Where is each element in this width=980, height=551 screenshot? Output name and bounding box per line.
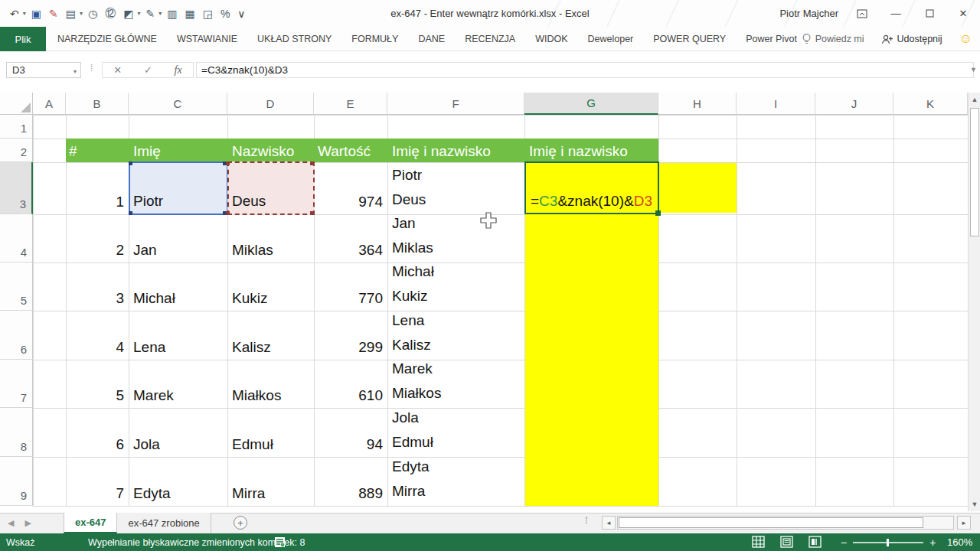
next-sheet-icon[interactable]: ▶ [24, 518, 31, 528]
cell-B5[interactable]: 3 [69, 262, 124, 307]
horizontal-scrollbar[interactable] [617, 516, 954, 530]
cell-D5[interactable]: Kukiz [232, 262, 310, 307]
cell-F9-line: Mirra [392, 479, 521, 504]
zoom-control: − + [841, 533, 936, 551]
cell-B8[interactable]: 6 [69, 408, 124, 453]
zoom-slider-thumb[interactable] [887, 539, 889, 546]
column-header-B[interactable]: B [66, 93, 129, 115]
cell-C6[interactable]: Lena [133, 311, 224, 356]
flash-fill-options-icon[interactable] [274, 536, 286, 548]
cell-F3-line: Piotr [392, 163, 521, 187]
scroll-down-icon[interactable]: ▼ [969, 500, 980, 508]
column-header-H[interactable]: H [658, 93, 737, 115]
g3-formula-text[interactable]: =C3&znak(10)&D3 [531, 193, 652, 210]
cell-E6[interactable]: 299 [314, 311, 383, 356]
cell-B3[interactable]: 1 [69, 162, 124, 210]
zoom-slider[interactable] [853, 542, 923, 543]
row-header-8[interactable]: 8 [0, 408, 33, 457]
cell-D6[interactable]: Kalisz [232, 311, 310, 356]
row-header-2[interactable]: 2 [0, 139, 33, 162]
cell-E8[interactable]: 94 [314, 408, 383, 453]
sheet-tab-ex-647[interactable]: ex-647 [64, 513, 117, 533]
cell-F9[interactable]: EdytaMirra [392, 458, 521, 503]
row-header-9[interactable]: 9 [0, 457, 33, 506]
horizontal-scrollbar-thumb[interactable] [619, 517, 923, 528]
zoom-in-icon[interactable]: + [929, 536, 936, 549]
formula-part: C3 [539, 193, 557, 209]
column-header-J[interactable]: J [815, 93, 893, 115]
prev-sheet-icon[interactable]: ◀ [8, 518, 14, 528]
zoom-out-icon[interactable]: − [841, 536, 847, 549]
table-header-f: Imię i nazwisko [392, 140, 522, 160]
cell-C8[interactable]: Jola [133, 408, 224, 453]
ref-handle-blue [129, 211, 132, 215]
select-all-triangle [21, 103, 31, 112]
tabbar-splitter[interactable]: ⁞ [585, 514, 588, 526]
sheet-tab-ex-647-zrobione[interactable]: ex-647 zrobione [117, 513, 211, 533]
column-header-E[interactable]: E [314, 93, 387, 115]
cell-C5[interactable]: Michał [133, 262, 224, 307]
row-header-7[interactable]: 7 [0, 360, 33, 408]
sheet-tabs: ex-647ex-647 zrobione [64, 513, 211, 533]
cell-F8-line: Edmuł [392, 430, 521, 455]
new-sheet-button[interactable]: + [234, 516, 247, 530]
cell-C7[interactable]: Marek [133, 360, 224, 404]
cell-C4[interactable]: Jan [133, 214, 224, 259]
cell-E9[interactable]: 889 [314, 457, 383, 502]
scroll-up-icon[interactable]: ▲ [969, 96, 980, 103]
cell-D7[interactable]: Miałkos [232, 360, 310, 404]
cell-F6[interactable]: LenaKalisz [392, 312, 521, 357]
row-header-3[interactable]: 3 [0, 162, 33, 214]
cell-D9[interactable]: Mirra [232, 457, 310, 502]
cell-B9[interactable]: 7 [69, 457, 124, 502]
cell-F3[interactable]: PiotrDeus [392, 164, 521, 211]
row-header-4[interactable]: 4 [0, 214, 33, 262]
cell-F4-line: Miklas [392, 236, 521, 260]
row-header-5[interactable]: 5 [0, 262, 33, 311]
cell-F8[interactable]: JolaEdmuł [392, 409, 521, 454]
formula-part: = [531, 193, 539, 209]
cell-D4[interactable]: Miklas [232, 214, 310, 259]
vertical-scrollbar[interactable]: ▲ ▼ [968, 93, 980, 511]
g3-edit-overflow-fill [658, 163, 737, 213]
hscroll-right-icon[interactable]: ▸ [957, 516, 971, 530]
cell-F7[interactable]: MarekMiałkos [392, 361, 521, 405]
column-header-K[interactable]: K [893, 93, 968, 115]
g3-edit-box[interactable]: =C3&znak(10)&D3 [524, 161, 659, 214]
column-header-I[interactable]: I [737, 93, 815, 115]
normal-view-icon[interactable] [752, 536, 765, 548]
sheet-nav-arrows: ◀ ▶ [8, 513, 31, 533]
cell-F5[interactable]: MichałKukiz [392, 264, 521, 308]
cell-F7-line: Miałkos [392, 381, 521, 406]
status-message: Wypełnianie błyskawiczne zmienionych kom… [88, 537, 305, 548]
column-header-C[interactable]: C [129, 93, 227, 115]
cell-F4-line: Jan [392, 211, 521, 236]
cell-C3-text: Piotr [133, 161, 224, 210]
page-break-view-icon[interactable] [808, 536, 822, 548]
g3-fill-handle[interactable] [655, 210, 661, 216]
column-header-G[interactable]: G [524, 93, 658, 115]
row-header-1[interactable]: 1 [0, 115, 33, 139]
zoom-level[interactable]: 160% [947, 536, 972, 548]
cell-B7[interactable]: 5 [69, 360, 124, 404]
cell-E7[interactable]: 610 [314, 360, 383, 404]
cell-C9[interactable]: Edyta [133, 457, 224, 502]
cell-F6-line: Kalisz [392, 333, 521, 357]
vertical-scrollbar-thumb[interactable] [970, 108, 979, 236]
column-header-D[interactable]: D [227, 93, 314, 115]
column-header-F[interactable]: F [387, 93, 524, 115]
select-all-button[interactable] [0, 93, 33, 115]
cell-cursor-pointer [480, 212, 497, 229]
cell-F4[interactable]: JanMiklas [392, 216, 521, 259]
hscroll-left-icon[interactable]: ◂ [602, 516, 616, 530]
cell-B6[interactable]: 4 [69, 311, 124, 356]
cell-B4[interactable]: 2 [69, 214, 124, 259]
cell-E5[interactable]: 770 [314, 262, 383, 307]
row-header-6[interactable]: 6 [0, 311, 33, 360]
cell-E3[interactable]: 974 [314, 162, 383, 210]
cell-F8-line: Jola [392, 406, 521, 430]
cell-D8[interactable]: Edmuł [232, 408, 310, 453]
cell-E4[interactable]: 364 [314, 214, 383, 259]
page-layout-view-icon[interactable] [780, 536, 793, 548]
column-header-A[interactable]: A [33, 93, 66, 115]
